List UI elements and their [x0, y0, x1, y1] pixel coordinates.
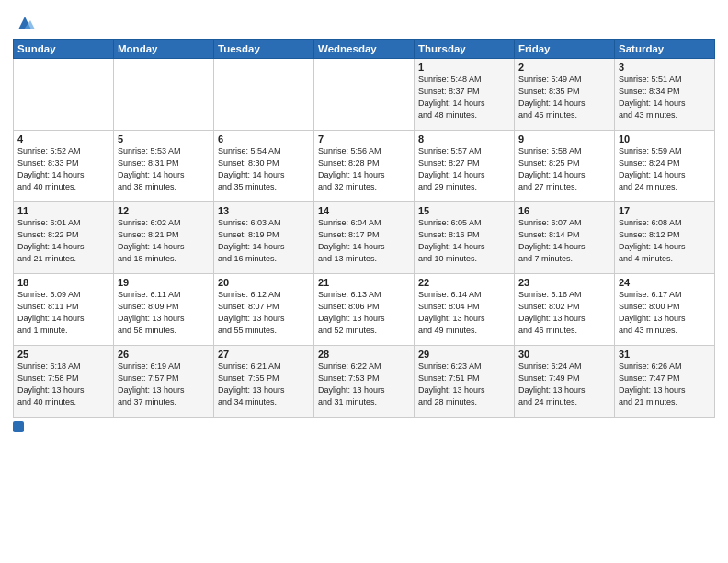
calendar-cell: 29Sunrise: 6:23 AM Sunset: 7:51 PM Dayli…	[415, 346, 515, 418]
calendar-cell: 16Sunrise: 6:07 AM Sunset: 8:14 PM Dayli…	[515, 202, 615, 274]
day-info: Sunrise: 5:53 AM Sunset: 8:31 PM Dayligh…	[118, 145, 210, 193]
calendar-cell: 10Sunrise: 5:59 AM Sunset: 8:24 PM Dayli…	[615, 131, 715, 202]
calendar-cell: 27Sunrise: 6:21 AM Sunset: 7:55 PM Dayli…	[214, 346, 314, 418]
day-info: Sunrise: 5:59 AM Sunset: 8:24 PM Dayligh…	[619, 145, 711, 193]
day-info: Sunrise: 6:11 AM Sunset: 8:09 PM Dayligh…	[118, 289, 210, 337]
calendar-cell: 7Sunrise: 5:56 AM Sunset: 8:28 PM Daylig…	[314, 131, 415, 202]
day-number: 26	[118, 349, 210, 360]
calendar-cell: 19Sunrise: 6:11 AM Sunset: 8:09 PM Dayli…	[114, 274, 214, 346]
day-info: Sunrise: 6:09 AM Sunset: 8:11 PM Dayligh…	[17, 289, 109, 337]
calendar-cell: 15Sunrise: 6:05 AM Sunset: 8:16 PM Dayli…	[415, 202, 515, 274]
day-number: 15	[418, 205, 510, 216]
day-info: Sunrise: 5:51 AM Sunset: 8:34 PM Dayligh…	[619, 74, 711, 121]
calendar-week-row: 4Sunrise: 5:52 AM Sunset: 8:33 PM Daylig…	[14, 131, 715, 202]
day-info: Sunrise: 5:54 AM Sunset: 8:30 PM Dayligh…	[218, 145, 310, 193]
calendar-cell: 2Sunrise: 5:49 AM Sunset: 8:35 PM Daylig…	[515, 59, 615, 131]
day-of-week-header: Sunday	[14, 40, 114, 59]
day-number: 31	[619, 349, 711, 360]
calendar-cell: 12Sunrise: 6:02 AM Sunset: 8:21 PM Dayli…	[114, 202, 214, 274]
day-number: 4	[17, 133, 109, 144]
calendar-cell: 17Sunrise: 6:08 AM Sunset: 8:12 PM Dayli…	[615, 202, 715, 274]
day-number: 13	[218, 205, 310, 216]
day-info: Sunrise: 6:19 AM Sunset: 7:57 PM Dayligh…	[118, 361, 210, 408]
day-number: 14	[318, 205, 410, 216]
day-info: Sunrise: 6:04 AM Sunset: 8:17 PM Dayligh…	[318, 217, 410, 265]
day-number: 17	[619, 205, 711, 216]
day-of-week-header: Wednesday	[314, 40, 415, 59]
calendar-cell: 3Sunrise: 5:51 AM Sunset: 8:34 PM Daylig…	[615, 59, 715, 131]
calendar-header: SundayMondayTuesdayWednesdayThursdayFrid…	[14, 40, 715, 59]
day-info: Sunrise: 6:18 AM Sunset: 7:58 PM Dayligh…	[17, 361, 109, 408]
day-info: Sunrise: 6:14 AM Sunset: 8:04 PM Dayligh…	[418, 289, 510, 337]
calendar-cell: 18Sunrise: 6:09 AM Sunset: 8:11 PM Dayli…	[14, 274, 114, 346]
day-number: 18	[17, 277, 109, 288]
day-info: Sunrise: 6:07 AM Sunset: 8:14 PM Dayligh…	[518, 217, 610, 265]
day-of-week-header: Tuesday	[214, 40, 314, 59]
day-number: 20	[218, 277, 310, 288]
logo	[13, 13, 35, 33]
day-info: Sunrise: 5:48 AM Sunset: 8:37 PM Dayligh…	[418, 74, 510, 121]
day-info: Sunrise: 5:57 AM Sunset: 8:27 PM Dayligh…	[418, 145, 510, 193]
daylight-icon	[13, 421, 24, 432]
day-number: 30	[518, 349, 610, 360]
calendar-week-row: 18Sunrise: 6:09 AM Sunset: 8:11 PM Dayli…	[14, 274, 715, 346]
calendar-week-row: 1Sunrise: 5:48 AM Sunset: 8:37 PM Daylig…	[14, 59, 715, 131]
calendar-cell: 21Sunrise: 6:13 AM Sunset: 8:06 PM Dayli…	[314, 274, 415, 346]
page: SundayMondayTuesdayWednesdayThursdayFrid…	[0, 0, 728, 440]
calendar-cell: 9Sunrise: 5:58 AM Sunset: 8:25 PM Daylig…	[515, 131, 615, 202]
calendar-cell: 5Sunrise: 5:53 AM Sunset: 8:31 PM Daylig…	[114, 131, 214, 202]
day-info: Sunrise: 6:24 AM Sunset: 7:49 PM Dayligh…	[518, 361, 610, 408]
day-number: 9	[518, 133, 610, 144]
day-info: Sunrise: 5:49 AM Sunset: 8:35 PM Dayligh…	[518, 74, 610, 121]
day-number: 16	[518, 205, 610, 216]
day-of-week-header: Saturday	[615, 40, 715, 59]
day-info: Sunrise: 6:23 AM Sunset: 7:51 PM Dayligh…	[418, 361, 510, 408]
calendar-cell: 23Sunrise: 6:16 AM Sunset: 8:02 PM Dayli…	[515, 274, 615, 346]
day-number: 3	[619, 62, 711, 73]
calendar-cell: 22Sunrise: 6:14 AM Sunset: 8:04 PM Dayli…	[415, 274, 515, 346]
calendar-cell	[14, 59, 114, 131]
day-number: 29	[418, 349, 510, 360]
calendar-cell: 26Sunrise: 6:19 AM Sunset: 7:57 PM Dayli…	[114, 346, 214, 418]
day-info: Sunrise: 6:26 AM Sunset: 7:47 PM Dayligh…	[619, 361, 711, 408]
calendar-cell: 28Sunrise: 6:22 AM Sunset: 7:53 PM Dayli…	[314, 346, 415, 418]
day-number: 27	[218, 349, 310, 360]
calendar-cell: 4Sunrise: 5:52 AM Sunset: 8:33 PM Daylig…	[14, 131, 114, 202]
day-info: Sunrise: 6:02 AM Sunset: 8:21 PM Dayligh…	[118, 217, 210, 265]
day-of-week-header: Thursday	[415, 40, 515, 59]
day-info: Sunrise: 6:12 AM Sunset: 8:07 PM Dayligh…	[218, 289, 310, 337]
day-number: 25	[17, 349, 109, 360]
day-of-week-header: Friday	[515, 40, 615, 59]
day-number: 28	[318, 349, 410, 360]
day-info: Sunrise: 5:56 AM Sunset: 8:28 PM Dayligh…	[318, 145, 410, 193]
day-info: Sunrise: 6:22 AM Sunset: 7:53 PM Dayligh…	[318, 361, 410, 408]
calendar-cell: 6Sunrise: 5:54 AM Sunset: 8:30 PM Daylig…	[214, 131, 314, 202]
day-number: 22	[418, 277, 510, 288]
calendar-cell: 20Sunrise: 6:12 AM Sunset: 8:07 PM Dayli…	[214, 274, 314, 346]
day-number: 7	[318, 133, 410, 144]
day-number: 19	[118, 277, 210, 288]
day-number: 24	[619, 277, 711, 288]
header-row: SundayMondayTuesdayWednesdayThursdayFrid…	[14, 40, 715, 59]
day-number: 8	[418, 133, 510, 144]
day-info: Sunrise: 6:13 AM Sunset: 8:06 PM Dayligh…	[318, 289, 410, 337]
day-number: 11	[17, 205, 109, 216]
header	[13, 9, 715, 33]
day-number: 10	[619, 133, 711, 144]
calendar-cell: 8Sunrise: 5:57 AM Sunset: 8:27 PM Daylig…	[415, 131, 515, 202]
calendar-cell: 31Sunrise: 6:26 AM Sunset: 7:47 PM Dayli…	[615, 346, 715, 418]
day-number: 6	[218, 133, 310, 144]
logo-icon	[15, 13, 35, 33]
calendar-cell: 11Sunrise: 6:01 AM Sunset: 8:22 PM Dayli…	[14, 202, 114, 274]
calendar-cell: 1Sunrise: 5:48 AM Sunset: 8:37 PM Daylig…	[415, 59, 515, 131]
calendar-cell	[314, 59, 415, 131]
footer	[13, 421, 715, 432]
day-info: Sunrise: 5:52 AM Sunset: 8:33 PM Dayligh…	[17, 145, 109, 193]
day-number: 1	[418, 62, 510, 73]
day-of-week-header: Monday	[114, 40, 214, 59]
day-info: Sunrise: 6:08 AM Sunset: 8:12 PM Dayligh…	[619, 217, 711, 265]
day-info: Sunrise: 6:17 AM Sunset: 8:00 PM Dayligh…	[619, 289, 711, 337]
day-info: Sunrise: 5:58 AM Sunset: 8:25 PM Dayligh…	[518, 145, 610, 193]
day-number: 2	[518, 62, 610, 73]
day-info: Sunrise: 6:21 AM Sunset: 7:55 PM Dayligh…	[218, 361, 310, 408]
